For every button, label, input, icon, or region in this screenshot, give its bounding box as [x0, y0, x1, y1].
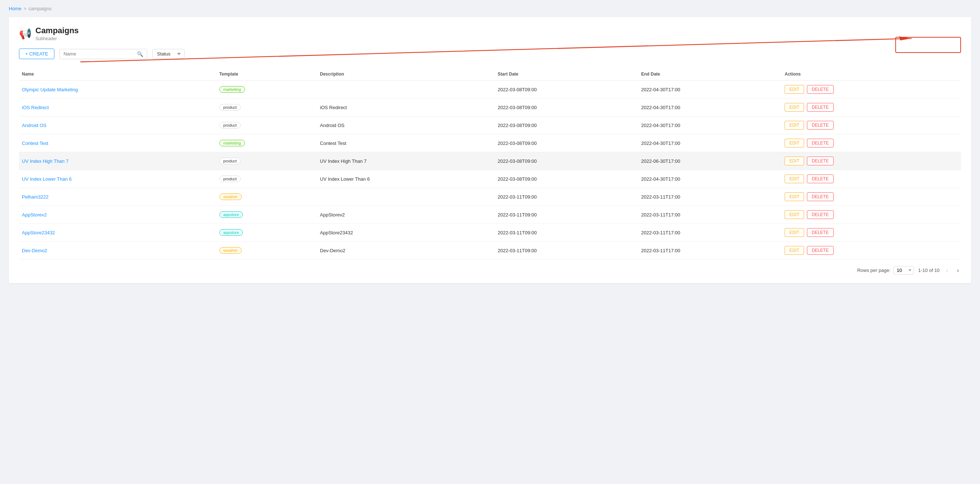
prev-page-button[interactable]: ‹ [944, 267, 950, 275]
delete-button[interactable]: DELETE [807, 175, 834, 183]
table-body: Olympic Update Marketing marketing 2022-… [19, 81, 961, 260]
cell-actions: EDIT DELETE [782, 170, 961, 188]
cell-actions: EDIT DELETE [782, 134, 961, 152]
cell-start-date: 2022-03-08T09:00 [495, 152, 638, 170]
campaign-name-link[interactable]: Dev-Demo2 [22, 248, 47, 253]
table-row: AppStorev2 appstore AppStorev2 2022-03-1… [19, 206, 961, 224]
annotation-box [895, 37, 961, 53]
cell-template: marketing [216, 134, 317, 152]
cell-template: appstore [216, 206, 317, 224]
campaign-name-link[interactable]: AppStorev2 [22, 212, 47, 217]
delete-button[interactable]: DELETE [807, 85, 834, 94]
main-card: 📢 Campaigns Subheader + CREATE 🔍 Status … [9, 17, 971, 283]
campaign-name-link[interactable]: Contest Test [22, 141, 48, 146]
edit-button[interactable]: EDIT [785, 157, 804, 165]
campaign-name-link[interactable]: Olympic Update Marketing [22, 87, 78, 92]
cell-description: Dev-Demo2 [317, 242, 495, 260]
cell-end-date: 2022-04-30T17:00 [638, 116, 782, 134]
cell-end-date: 2022-04-30T17:00 [638, 81, 782, 98]
edit-button[interactable]: EDIT [785, 246, 804, 255]
edit-button[interactable]: EDIT [785, 210, 804, 219]
search-input[interactable] [64, 51, 135, 57]
cell-description: AppStore23432 [317, 224, 495, 242]
delete-button[interactable]: DELETE [807, 139, 834, 148]
template-badge: weather [220, 194, 242, 200]
table-row: Contest Test marketing Contest Test 2022… [19, 134, 961, 152]
template-badge: product [220, 158, 241, 164]
col-end-date: End Date [638, 68, 782, 81]
cell-name: Pelham3222 [19, 188, 216, 206]
status-filter[interactable]: Status Active Inactive Draft [152, 49, 185, 59]
cell-actions: EDIT DELETE [782, 116, 961, 134]
campaign-name-link[interactable]: AppStore23432 [22, 230, 55, 235]
cell-start-date: 2022-03-08T09:00 [495, 134, 638, 152]
edit-button[interactable]: EDIT [785, 192, 804, 201]
edit-button[interactable]: EDIT [785, 228, 804, 237]
breadcrumb-separator: > [24, 6, 27, 11]
cell-end-date: 2022-04-30T17:00 [638, 170, 782, 188]
template-badge: weather [220, 247, 242, 254]
edit-button[interactable]: EDIT [785, 85, 804, 94]
cell-start-date: 2022-03-08T09:00 [495, 170, 638, 188]
table-row: iOS Redirect product iOS Redirect 2022-0… [19, 98, 961, 116]
breadcrumb-home[interactable]: Home [9, 6, 22, 11]
delete-button[interactable]: DELETE [807, 103, 834, 112]
page-title: Campaigns [35, 26, 79, 35]
delete-button[interactable]: DELETE [807, 210, 834, 219]
campaign-name-link[interactable]: Pelham3222 [22, 194, 49, 200]
template-badge: appstore [220, 229, 243, 236]
campaign-name-link[interactable]: UV Index Lower Than 6 [22, 176, 72, 182]
delete-button[interactable]: DELETE [807, 228, 834, 237]
pagination: Rows per page: 10 25 50 100 1-10 of 10 ‹… [19, 266, 961, 275]
campaign-name-link[interactable]: Android OS [22, 123, 46, 128]
page-header: 📢 Campaigns Subheader [19, 26, 961, 41]
edit-button[interactable]: EDIT [785, 103, 804, 112]
cell-template: weather [216, 242, 317, 260]
delete-button[interactable]: DELETE [807, 192, 834, 201]
cell-template: product [216, 98, 317, 116]
campaigns-table: Name Template Description Start Date End… [19, 68, 961, 260]
table-row: UV Index Lower Than 6 product UV Index L… [19, 170, 961, 188]
template-badge: product [220, 176, 241, 182]
cell-template: marketing [216, 81, 317, 98]
cell-end-date: 2022-03-11T17:00 [638, 188, 782, 206]
cell-description: iOS Redirect [317, 98, 495, 116]
cell-start-date: 2022-03-11T09:00 [495, 206, 638, 224]
cell-name: AppStorev2 [19, 206, 216, 224]
edit-button[interactable]: EDIT [785, 175, 804, 183]
cell-name: UV Index Lower Than 6 [19, 170, 216, 188]
cell-name: Dev-Demo2 [19, 242, 216, 260]
edit-button[interactable]: EDIT [785, 121, 804, 130]
header-left: 📢 Campaigns Subheader [19, 26, 79, 41]
table-row: Dev-Demo2 weather Dev-Demo2 2022-03-11T0… [19, 242, 961, 260]
cell-description: UV Index High Than 7 [317, 152, 495, 170]
table-row: UV Index High Than 7 product UV Index Hi… [19, 152, 961, 170]
cell-description: Contest Test [317, 134, 495, 152]
cell-description: AppStorev2 [317, 206, 495, 224]
next-page-button[interactable]: › [955, 267, 961, 275]
cell-actions: EDIT DELETE [782, 224, 961, 242]
rows-per-page-label: Rows per page: [858, 268, 891, 273]
edit-button[interactable]: EDIT [785, 139, 804, 148]
cell-description: Android OS [317, 116, 495, 134]
cell-actions: EDIT DELETE [782, 206, 961, 224]
campaign-name-link[interactable]: iOS Redirect [22, 105, 49, 110]
cell-end-date: 2022-03-11T17:00 [638, 224, 782, 242]
delete-button[interactable]: DELETE [807, 246, 834, 255]
template-badge: marketing [220, 140, 245, 146]
delete-button[interactable]: DELETE [807, 157, 834, 165]
cell-actions: EDIT DELETE [782, 81, 961, 98]
cell-template: product [216, 152, 317, 170]
header-title-block: Campaigns Subheader [35, 26, 79, 41]
rows-per-page: Rows per page: 10 25 50 100 [858, 266, 914, 275]
breadcrumb: Home > campaigns [9, 6, 971, 11]
col-name: Name [19, 68, 216, 81]
cell-start-date: 2022-03-08T09:00 [495, 116, 638, 134]
cell-description: UV Index Lower Than 6 [317, 170, 495, 188]
delete-button[interactable]: DELETE [807, 121, 834, 130]
template-badge: product [220, 122, 241, 129]
campaign-name-link[interactable]: UV Index High Than 7 [22, 159, 68, 164]
cell-name: iOS Redirect [19, 98, 216, 116]
create-button[interactable]: + CREATE [19, 49, 54, 59]
rows-per-page-select[interactable]: 10 25 50 100 [894, 266, 914, 275]
